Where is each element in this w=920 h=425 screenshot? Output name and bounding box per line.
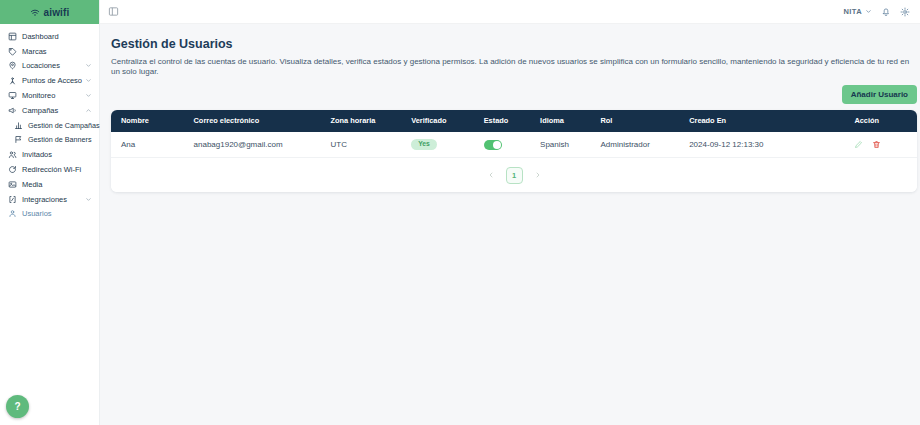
sidebar-item-monitoreo[interactable]: Monitoreo <box>0 88 99 103</box>
sidebar-item-label: Monitoreo <box>22 91 55 100</box>
sidebar-item-label: Invitados <box>22 150 52 159</box>
flag-icon <box>14 135 23 144</box>
sidebar-item-label: Marcas <box>22 47 47 56</box>
sidebar-item-invitados[interactable]: Invitados <box>0 147 99 162</box>
sidebar-toggle-icon[interactable] <box>108 6 119 17</box>
help-button[interactable]: ? <box>6 395 29 418</box>
verified-badge: Yes <box>411 139 437 150</box>
cell-creado-en: 2024-09-12 12:13:30 <box>679 132 844 158</box>
sidebar-item-puntos-de-acceso[interactable]: Puntos de Acceso <box>0 73 99 88</box>
users-table-card: Nombre Correo electrónico Zona horaria V… <box>111 110 917 193</box>
access-point-icon <box>8 76 17 85</box>
sidebar-item-gestion-de-banners[interactable]: Gestión de Banners <box>0 133 99 148</box>
sidebar-item-label: Gestión de Banners <box>28 135 92 144</box>
sidebar-item-label: Media <box>22 180 42 189</box>
sidebar-item-label: Redirección Wi-Fi <box>22 165 81 174</box>
topbar: NITA <box>100 0 920 24</box>
sidebar-item-label: Gestión de Campañas <box>28 121 100 130</box>
users-table: Nombre Correo electrónico Zona horaria V… <box>111 110 917 159</box>
cell-correo: anabag1920@gmail.com <box>184 132 321 158</box>
chevron-down-icon <box>85 62 92 69</box>
cell-verificado: Yes <box>401 132 474 158</box>
chevron-down-icon <box>85 196 92 203</box>
column-header-nombre: Nombre <box>111 110 184 132</box>
page-subtitle: Centraliza el control de las cuentas de … <box>111 57 917 78</box>
cell-zona-horaria: UTC <box>321 132 402 158</box>
pagination: 1 <box>111 158 917 192</box>
page-title: Gestión de Usuarios <box>111 37 917 51</box>
pagination-page-1[interactable]: 1 <box>506 167 523 184</box>
sidebar-item-integraciones[interactable]: Integraciones <box>0 192 99 207</box>
column-header-estado: Estado <box>474 110 530 132</box>
delete-trash-icon[interactable] <box>872 140 881 149</box>
chevron-down-icon <box>85 92 92 99</box>
sidebar-item-dashboard[interactable]: Dashboard <box>0 29 99 44</box>
megaphone-icon <box>8 106 17 115</box>
user-name: NITA <box>843 7 862 16</box>
table-header-row: Nombre Correo electrónico Zona horaria V… <box>111 110 917 132</box>
integrations-icon <box>8 195 17 204</box>
user-icon <box>8 209 17 218</box>
pagination-prev-icon[interactable] <box>487 171 495 179</box>
column-header-idioma: Idioma <box>530 110 590 132</box>
monitor-icon <box>8 91 17 100</box>
sidebar-item-media[interactable]: Media <box>0 177 99 192</box>
column-header-verificado: Verificado <box>401 110 474 132</box>
sidebar-item-label: Dashboard <box>22 32 59 41</box>
brand-logo: aiwifi <box>0 0 99 24</box>
column-header-accion: Acción <box>844 110 917 132</box>
column-header-correo: Correo electrónico <box>184 110 321 132</box>
add-user-button[interactable]: Añadir Usuario <box>842 85 917 104</box>
table-row: Ana anabag1920@gmail.com UTC Yes Spanish… <box>111 132 917 158</box>
main-content: Gestión de Usuarios Centraliza el contro… <box>100 24 920 425</box>
column-header-creado-en: Creado En <box>679 110 844 132</box>
sidebar-item-label: Locaciones <box>22 61 60 70</box>
brand-logo-text: aiwifi <box>43 7 69 18</box>
sidebar-nav: Dashboard Marcas Locaciones Puntos de Ac… <box>0 24 99 221</box>
image-icon <box>8 180 17 189</box>
toggle-knob <box>493 141 501 149</box>
edit-pencil-icon[interactable] <box>854 140 863 149</box>
pagination-next-icon[interactable] <box>534 171 542 179</box>
sidebar-item-locaciones[interactable]: Locaciones <box>0 59 99 74</box>
tag-icon <box>8 47 17 56</box>
user-menu[interactable]: NITA <box>843 7 872 16</box>
cell-accion <box>844 132 917 158</box>
chevron-down-icon <box>865 8 872 15</box>
sidebar-item-gestion-de-campanas[interactable]: Gestión de Campañas <box>0 118 99 133</box>
sidebar-item-marcas[interactable]: Marcas <box>0 44 99 59</box>
bar-chart-icon <box>14 121 23 130</box>
cell-idioma: Spanish <box>530 132 590 158</box>
chevron-down-icon <box>85 77 92 84</box>
settings-gear-icon[interactable] <box>900 7 910 17</box>
users-icon <box>8 150 17 159</box>
column-header-zona-horaria: Zona horaria <box>321 110 402 132</box>
estado-toggle[interactable] <box>484 140 502 150</box>
sidebar-item-label: Puntos de Acceso <box>22 76 82 85</box>
wifi-logo-icon <box>29 7 41 18</box>
sidebar-item-label: Usuarios <box>22 209 52 218</box>
cell-nombre: Ana <box>111 132 184 158</box>
sidebar-item-usuarios[interactable]: Usuarios <box>0 207 99 222</box>
cell-rol: Administrador <box>591 132 680 158</box>
sidebar-item-redireccion-wifi[interactable]: Redirección Wi-Fi <box>0 162 99 177</box>
redirect-arrow-icon <box>8 165 17 174</box>
sidebar-item-label: Campañas <box>22 106 58 115</box>
dashboard-icon <box>8 32 17 41</box>
sidebar-item-label: Integraciones <box>22 195 67 204</box>
chevron-up-icon <box>85 107 92 114</box>
notifications-bell-icon[interactable] <box>881 7 891 17</box>
cell-estado <box>474 132 530 158</box>
sidebar-item-campanas[interactable]: Campañas <box>0 103 99 118</box>
sidebar: aiwifi Dashboard Marcas Locaciones <box>0 0 100 425</box>
map-pin-icon <box>8 61 17 70</box>
column-header-rol: Rol <box>591 110 680 132</box>
